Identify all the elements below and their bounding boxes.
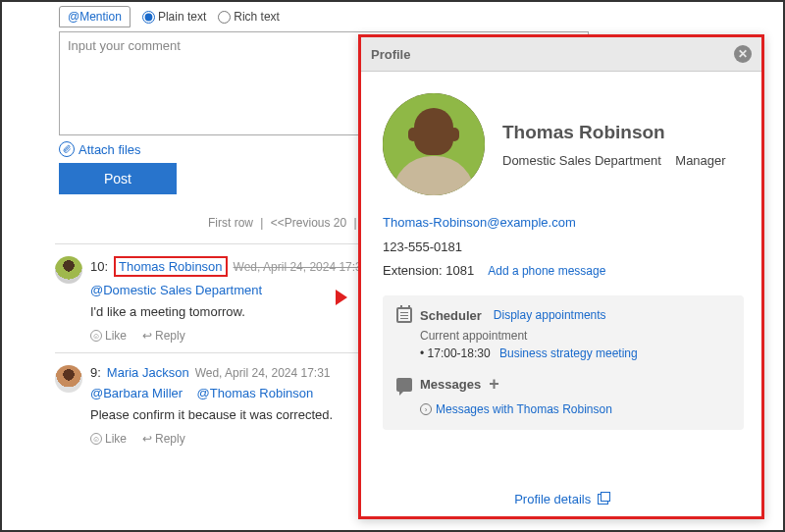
comment-author-highlight: Thomas Robinson: [114, 256, 228, 277]
plain-text-radio-input[interactable]: [142, 11, 155, 24]
profile-role: Manager: [675, 153, 725, 168]
comment-author-link[interactable]: Maria Jackson: [107, 365, 189, 380]
reply-icon: ↩: [142, 432, 152, 446]
messages-icon: [396, 378, 412, 392]
profile-card: Profile ✕ Thomas Robinson Domestic Sales…: [358, 34, 764, 519]
comment-number: 9:: [90, 365, 101, 380]
messages-with-link[interactable]: › Messages with Thomas Robinson: [420, 402, 730, 416]
profile-extension: Extension: 1081: [383, 259, 474, 284]
comment-mention[interactable]: @Thomas Robinson: [197, 386, 314, 400]
add-phone-message-link[interactable]: Add a phone message: [488, 260, 605, 283]
pager-first[interactable]: First row: [208, 216, 253, 230]
profile-name: Thomas Robinson: [502, 122, 726, 143]
reply-action[interactable]: ↩ Reply: [142, 329, 185, 343]
paperclip-icon: [59, 141, 75, 157]
profile-department: Domestic Sales Department: [502, 153, 661, 168]
attach-files-link[interactable]: Attach files: [78, 142, 141, 157]
comment-number: 10:: [90, 259, 108, 274]
plain-text-label: Plain text: [158, 10, 206, 24]
appointment-time: 17:00-18:30: [428, 346, 491, 360]
smile-icon: ☺: [90, 433, 102, 445]
popout-icon: [598, 494, 608, 505]
chevron-right-icon: ›: [420, 403, 432, 415]
reply-action[interactable]: ↩ Reply: [142, 432, 185, 446]
calendar-icon: [396, 307, 412, 323]
appointment-item: 17:00-18:30 Business strategy meeting: [420, 346, 730, 360]
display-appointments-link[interactable]: Display appointments: [494, 308, 606, 322]
profile-avatar: [383, 93, 485, 195]
messages-label: Messages: [420, 377, 481, 392]
avatar: [55, 365, 82, 393]
comment-author-link[interactable]: Thomas Robinson: [119, 259, 223, 274]
close-icon[interactable]: ✕: [734, 45, 752, 63]
reply-icon: ↩: [142, 329, 152, 343]
profile-details-link[interactable]: Profile details: [514, 492, 608, 506]
plain-text-radio[interactable]: Plain text: [142, 10, 206, 24]
smile-icon: ☺: [90, 330, 102, 342]
mention-button[interactable]: @Mention: [59, 6, 131, 27]
comment-mention[interactable]: @Barbara Miller: [90, 386, 183, 400]
rich-text-radio[interactable]: Rich text: [218, 10, 280, 24]
appointment-title-link[interactable]: Business strategy meeting: [499, 346, 638, 360]
like-action[interactable]: ☺ Like: [90, 432, 127, 446]
scheduler-label: Scheduler: [420, 308, 482, 323]
profile-email-link[interactable]: Thomas-Robinson@example.com: [383, 211, 744, 236]
profile-heading: Profile: [371, 47, 410, 62]
rich-text-label: Rich text: [234, 10, 280, 24]
comment-date: Wed, April 24, 2024 17:31: [195, 366, 331, 380]
post-button[interactable]: Post: [59, 163, 177, 194]
scheduler-box: Scheduler Display appointments Current a…: [383, 295, 744, 430]
add-message-icon[interactable]: +: [489, 374, 499, 395]
like-action[interactable]: ☺ Like: [90, 329, 127, 343]
profile-phone: 123-555-0181: [383, 236, 744, 260]
avatar: [55, 256, 82, 284]
comment-date: Wed, April 24, 2024 17:32: [234, 260, 369, 274]
rich-text-radio-input[interactable]: [218, 11, 231, 24]
current-appointment-label: Current appointment: [420, 329, 730, 343]
pager-prev[interactable]: <<Previous 20: [271, 216, 346, 230]
